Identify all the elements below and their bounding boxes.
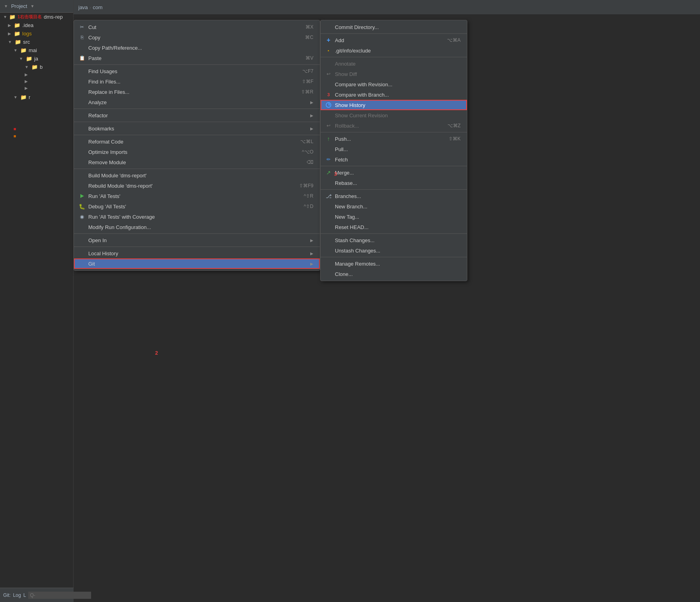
git-menu-annotate[interactable]: Annotate — [321, 58, 467, 69]
root-label[interactable]: dms-rep — [44, 14, 63, 20]
replace-in-files-shortcut: ⇧⌘R — [301, 89, 313, 95]
git-menu-pull-left: Pull... — [325, 146, 348, 152]
sep7 — [74, 247, 320, 247]
new-branch-icon — [325, 203, 332, 210]
menu-item-find-usages[interactable]: Find Usages ⌥F7 — [74, 66, 320, 76]
git-menu-branches-left: ⎇ Branches... — [325, 193, 361, 199]
remove-icon — [79, 159, 85, 165]
replace-in-files-label: Replace in Files... — [88, 89, 129, 95]
git-menu-compare-branch[interactable]: 3 Compare with Branch... — [321, 89, 467, 100]
sidebar-item-sub1[interactable]: ▶ — [0, 71, 73, 78]
git-menu-rebase[interactable]: Rebase... — [321, 178, 467, 188]
git-menu-push[interactable]: ↑ Push... ⇧⌘K — [321, 134, 467, 144]
menu-item-modify-left: Modify Run Configuration... — [79, 224, 151, 230]
git-menu-add[interactable]: + Add ⌥⌘A — [321, 35, 467, 45]
menu-item-copy-path[interactable]: Copy Path/Reference... — [74, 43, 320, 53]
git-menu-fetch[interactable]: ✏ Fetch — [321, 154, 467, 165]
find-in-files-shortcut: ⇧⌘F — [302, 79, 313, 84]
menu-item-run-coverage[interactable]: ◉ Run 'All Tests' with Coverage — [74, 212, 320, 222]
project-label[interactable]: Project — [11, 3, 27, 9]
reset-head-icon — [325, 224, 332, 230]
project-dropdown-icon[interactable]: ▼ — [30, 4, 34, 8]
push-shortcut: ⇧⌘K — [449, 136, 461, 142]
menu-item-open-in[interactable]: Open In ▶ — [74, 235, 320, 245]
git-menu-manage-remotes[interactable]: Manage Remotes... — [321, 258, 467, 269]
menu-item-modify-run[interactable]: Modify Run Configuration... — [74, 222, 320, 232]
sidebar-item-logs[interactable]: ▶ 📁 logs — [0, 29, 73, 38]
git-menu-reset-head[interactable]: Reset HEAD... — [321, 222, 467, 232]
menu-item-optimize-imports[interactable]: Optimize Imports ^⌥O — [74, 147, 320, 157]
rollback-shortcut: ⌥⌘Z — [447, 123, 461, 128]
idea-chevron: ▶ — [8, 23, 11, 27]
logs-chevron: ▶ — [8, 31, 11, 36]
menu-item-remove-module[interactable]: Remove Module ⌫ — [74, 157, 320, 167]
rebase-icon — [325, 180, 332, 186]
copy-icon: ⎘ — [79, 34, 85, 41]
sidebar-item-r[interactable]: ▼ 📁 r — [0, 93, 73, 101]
find-in-files-icon — [79, 78, 85, 85]
menu-item-cut[interactable]: ✂ Cut ⌘X — [74, 22, 320, 32]
menu-item-replace-in-files[interactable]: Replace in Files... ⇧⌘R — [74, 87, 320, 97]
menu-item-debug-tests[interactable]: 🐛 Debug 'All Tests' ^⇧D — [74, 201, 320, 212]
git-menu-merge[interactable]: ↗ Merge... — [321, 167, 467, 178]
git-menu-commit-dir[interactable]: Commit Directory... — [321, 22, 467, 32]
git-menu-show-diff[interactable]: ↩ Show Diff — [321, 69, 467, 79]
sidebar-item-src[interactable]: ▼ 📁 src — [0, 38, 73, 46]
manage-remotes-label: Manage Remotes... — [335, 261, 380, 267]
sidebar-item-ja[interactable]: ▼ 📁 ja — [0, 54, 73, 63]
git-menu-pull[interactable]: Pull... — [321, 144, 467, 154]
log-tab[interactable]: Log — [13, 592, 21, 598]
branches-label: Branches... — [335, 193, 361, 199]
sidebar-item-idea[interactable]: ▶ 📁 .idea — [0, 21, 73, 29]
sidebar-item-sub2[interactable]: ▶ — [0, 78, 73, 85]
l-tab[interactable]: L — [23, 592, 26, 598]
menu-item-rebuild-module[interactable]: Rebuild Module 'dms-report' ⇧⌘F9 — [74, 181, 320, 191]
r-label: r — [29, 94, 30, 100]
git-menu-push-left: ↑ Push... — [325, 136, 351, 142]
git-menu-rollback[interactable]: ↩ Rollback... ⌥⌘Z — [321, 120, 467, 131]
sidebar-item-mai[interactable]: ▼ 📁 mai — [0, 46, 73, 54]
git-menu-new-branch[interactable]: New Branch... — [321, 201, 467, 212]
menu-item-reformat-code[interactable]: Reformat Code ⌥⌘L — [74, 136, 320, 147]
menu-item-analyze[interactable]: Analyze ▶ — [74, 97, 320, 107]
sidebar-item-sub3[interactable]: ▶ — [0, 85, 73, 91]
sidebar-item-file-orange[interactable]: ■ — [0, 132, 73, 140]
menu-item-git[interactable]: Git ▶ — [74, 258, 320, 269]
cut-label: Cut — [88, 24, 96, 30]
search-input[interactable] — [28, 592, 91, 599]
breadcrumb-com: com — [93, 4, 103, 10]
paste-shortcut: ⌘V — [305, 55, 313, 61]
menu-item-run-tests[interactable]: Run 'All Tests' ^⇧R — [74, 191, 320, 201]
git-menu-clone[interactable]: Clone... — [321, 269, 467, 279]
git-sep3 — [321, 132, 467, 132]
analyze-arrow: ▶ — [310, 100, 313, 105]
menu-item-paste[interactable]: 📋 Paste ⌘V — [74, 53, 320, 63]
git-menu-branches[interactable]: ⎇ Branches... — [321, 191, 467, 201]
git-menu-show-current-revision[interactable]: Show Current Revision — [321, 110, 467, 120]
git-menu-new-tag[interactable]: New Tag... — [321, 212, 467, 222]
menu-item-local-history[interactable]: Local History ▶ — [74, 248, 320, 258]
reformat-label: Reformat Code — [88, 139, 123, 145]
git-menu-reset-head-left: Reset HEAD... — [325, 224, 369, 230]
menu-item-coverage-left: ◉ Run 'All Tests' with Coverage — [79, 214, 155, 220]
paste-label: Paste — [88, 55, 101, 61]
sidebar-item-file-red[interactable]: ■ — [0, 125, 73, 132]
menu-item-find-in-files[interactable]: Find in Files... ⇧⌘F — [74, 76, 320, 87]
git-menu-compare-revision[interactable]: Compare with Revision... — [321, 79, 467, 89]
git-menu-stash-changes[interactable]: Stash Changes... — [321, 235, 467, 245]
new-branch-label: New Branch... — [335, 204, 368, 210]
sidebar-item-b[interactable]: ▼ 📁 b — [0, 63, 73, 71]
menu-item-build-module[interactable]: Build Module 'dms-report' — [74, 170, 320, 181]
open-in-label: Open In — [88, 237, 107, 243]
menu-item-replace-in-files-left: Replace in Files... — [79, 89, 129, 95]
git-menu-unstash-left: Unstash Changes... — [325, 247, 380, 254]
git-menu-show-history[interactable]: Show History — [321, 100, 467, 110]
git-menu-git-info-exclude[interactable]: ▪ .git/info/exclude — [321, 45, 467, 56]
logs-folder-icon: 📁 — [14, 31, 20, 37]
src-label: src — [23, 39, 30, 45]
sidebar-item-root[interactable]: ▼ 📁 1右击项目名 dms-rep — [0, 13, 73, 21]
menu-item-bookmarks[interactable]: Bookmarks ▶ — [74, 123, 320, 134]
menu-item-copy[interactable]: ⎘ Copy ⌘C — [74, 32, 320, 43]
menu-item-refactor[interactable]: Refactor ▶ — [74, 110, 320, 120]
git-menu-unstash-changes[interactable]: Unstash Changes... — [321, 245, 467, 256]
